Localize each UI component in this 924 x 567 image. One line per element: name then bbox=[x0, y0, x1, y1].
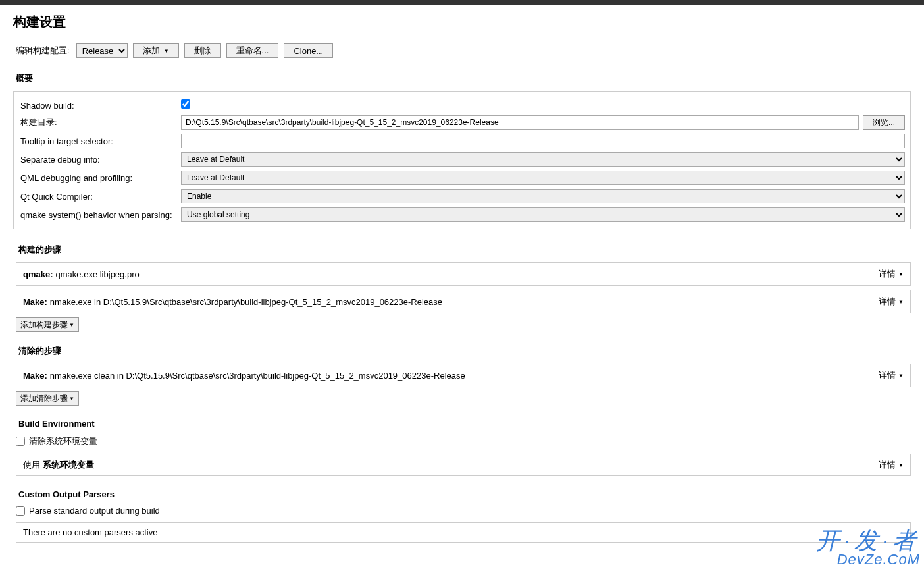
build-steps-heading: 构建的步骤 bbox=[16, 244, 911, 256]
window-top-bar bbox=[0, 0, 924, 5]
config-select[interactable]: Release bbox=[76, 43, 128, 58]
config-toolbar: 编辑构建配置: Release 添加 ▼ 删除 重命名... Clone... bbox=[13, 43, 911, 58]
page-title: 构建设置 bbox=[13, 13, 911, 31]
details-button[interactable]: 详情 ▼ bbox=[879, 369, 904, 381]
details-label: 详情 bbox=[879, 459, 896, 471]
clear-sys-env-checkbox[interactable] bbox=[16, 437, 25, 446]
clear-sys-env-label: 清除系统环境变量 bbox=[29, 435, 97, 447]
no-parsers-row: There are no custom parsers active bbox=[16, 522, 911, 543]
title-divider bbox=[13, 34, 911, 34]
use-prefix: 使用 bbox=[23, 460, 43, 470]
build-env-heading: Build Environment bbox=[16, 419, 911, 429]
overview-panel: Shadow build: 构建目录: 浏览... Tooltip in tar… bbox=[13, 91, 911, 229]
step-name: Make: bbox=[23, 297, 47, 307]
chevron-down-icon: ▼ bbox=[69, 322, 74, 328]
chevron-down-icon: ▼ bbox=[898, 373, 904, 379]
custom-parsers-section: Custom Output Parsers Parse standard out… bbox=[13, 489, 911, 543]
parse-stdout-label: Parse standard output during build bbox=[29, 506, 160, 516]
build-dir-label: 构建目录: bbox=[19, 117, 177, 128]
build-step-row: qmake: qmake.exe libjpeg.pro 详情 ▼ bbox=[16, 262, 911, 286]
details-label: 详情 bbox=[879, 268, 896, 280]
chevron-down-icon: ▼ bbox=[898, 462, 904, 468]
shadow-build-checkbox[interactable] bbox=[181, 99, 190, 109]
details-button[interactable]: 详情 ▼ bbox=[879, 296, 904, 308]
clone-config-button[interactable]: Clone... bbox=[284, 43, 333, 58]
clear-sys-env-row[interactable]: 清除系统环境变量 bbox=[16, 435, 911, 447]
custom-parsers-heading: Custom Output Parsers bbox=[16, 489, 911, 499]
details-label: 详情 bbox=[879, 369, 896, 381]
add-clean-step-label: 添加清除步骤 bbox=[20, 393, 68, 404]
step-name: qmake: bbox=[23, 269, 53, 279]
add-build-step-label: 添加构建步骤 bbox=[20, 319, 68, 331]
chevron-down-icon: ▼ bbox=[69, 396, 74, 402]
overview-heading: 概要 bbox=[13, 72, 911, 84]
clean-steps-section: 清除的步骤 Make: nmake.exe clean in D:\Qt5.15… bbox=[13, 345, 911, 406]
step-name: Make: bbox=[23, 371, 47, 381]
clean-step-row: Make: nmake.exe clean in D:\Qt5.15.9\Src… bbox=[16, 364, 911, 387]
parse-stdout-checkbox[interactable] bbox=[16, 506, 25, 516]
qt-quick-compiler-label: Qt Quick Compiler: bbox=[19, 192, 177, 202]
build-step-row: Make: nmake.exe in D:\Qt5.15.9\Src\qtbas… bbox=[16, 290, 911, 313]
build-dir-input[interactable] bbox=[181, 115, 859, 130]
qmake-system-select[interactable]: Use global setting bbox=[181, 207, 905, 222]
config-label: 编辑构建配置: bbox=[16, 45, 70, 57]
browse-button[interactable]: 浏览... bbox=[863, 115, 905, 130]
shadow-build-label: Shadow build: bbox=[19, 101, 177, 111]
qml-debug-select[interactable]: Leave at Default bbox=[181, 171, 905, 185]
chevron-down-icon: ▼ bbox=[164, 48, 169, 54]
parse-stdout-row[interactable]: Parse standard output during build bbox=[16, 506, 911, 516]
add-label: 添加 bbox=[143, 45, 160, 57]
step-value: nmake.exe in D:\Qt5.15.9\Src\qtbase\src\… bbox=[50, 297, 442, 307]
main-content: 构建设置 编辑构建配置: Release 添加 ▼ 删除 重命名... Clon… bbox=[0, 5, 924, 564]
details-button[interactable]: 详情 ▼ bbox=[879, 459, 904, 471]
debug-info-select[interactable]: Leave at Default bbox=[181, 152, 905, 167]
chevron-down-icon: ▼ bbox=[898, 299, 904, 305]
add-build-step-button[interactable]: 添加构建步骤 ▼ bbox=[16, 317, 79, 332]
step-value: qmake.exe libjpeg.pro bbox=[56, 269, 140, 279]
use-sys-env-bold: 系统环境变量 bbox=[43, 460, 94, 470]
chevron-down-icon: ▼ bbox=[898, 271, 904, 277]
qt-quick-compiler-select[interactable]: Enable bbox=[181, 189, 905, 203]
clean-steps-heading: 清除的步骤 bbox=[16, 345, 911, 357]
step-value: nmake.exe clean in D:\Qt5.15.9\Src\qtbas… bbox=[50, 371, 465, 381]
details-label: 详情 bbox=[879, 296, 896, 308]
tooltip-input[interactable] bbox=[181, 134, 905, 148]
delete-config-button[interactable]: 删除 bbox=[184, 43, 221, 58]
qmake-system-label: qmake system() behavior when parsing: bbox=[19, 210, 177, 220]
rename-config-button[interactable]: 重命名... bbox=[226, 43, 279, 58]
build-steps-section: 构建的步骤 qmake: qmake.exe libjpeg.pro 详情 ▼ … bbox=[13, 244, 911, 332]
qml-debug-label: QML debugging and profiling: bbox=[19, 173, 177, 183]
add-config-button[interactable]: 添加 ▼ bbox=[133, 43, 179, 58]
debug-info-label: Separate debug info: bbox=[19, 155, 177, 165]
build-env-section: Build Environment 清除系统环境变量 使用 系统环境变量 详情 … bbox=[13, 419, 911, 476]
add-clean-step-button[interactable]: 添加清除步骤 ▼ bbox=[16, 391, 79, 406]
tooltip-label: Tooltip in target selector: bbox=[19, 136, 177, 146]
details-button[interactable]: 详情 ▼ bbox=[879, 268, 904, 280]
use-sys-env-row: 使用 系统环境变量 详情 ▼ bbox=[16, 454, 911, 476]
